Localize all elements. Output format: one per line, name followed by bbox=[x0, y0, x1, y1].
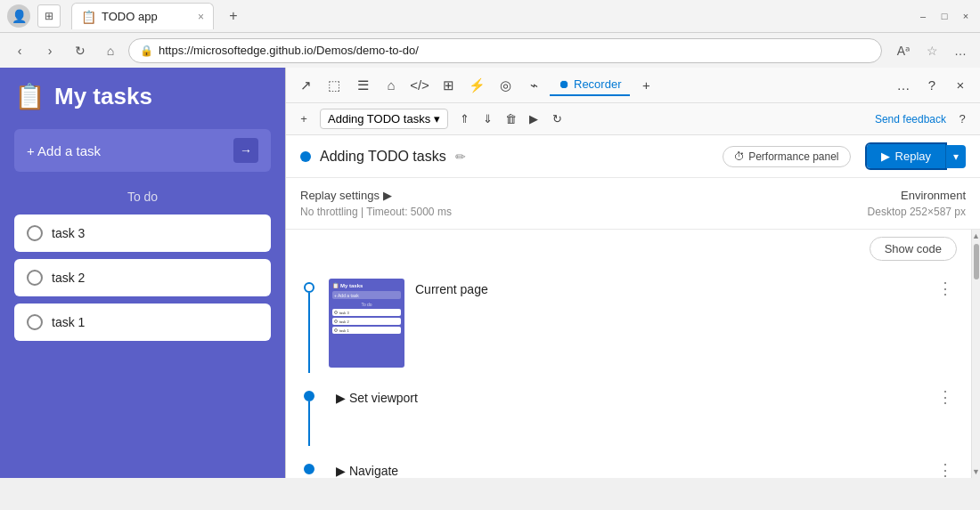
devtools-panel: ↗ ⬚ ☰ ⌂ </> ⊞ ⚡ ◎ ⌁ ⏺ Recorder + … ? × + bbox=[285, 68, 980, 478]
step-more-current-page[interactable]: ⋮ bbox=[934, 279, 957, 298]
add-recording-button[interactable]: + bbox=[293, 109, 314, 130]
recorder-content: Adding TODO tasks ✏ ⏱ Performance panel … bbox=[286, 135, 980, 478]
delete-recording-button[interactable]: 🗑 bbox=[500, 109, 521, 130]
jump-to-start-button[interactable]: ⇑ bbox=[453, 109, 475, 130]
play-button[interactable]: ▶ bbox=[523, 109, 544, 130]
main-layout: 📋 My tasks + Add a task → To do task 3 t… bbox=[0, 68, 980, 478]
replay-button-toolbar[interactable]: ↻ bbox=[546, 109, 568, 130]
steps-column: Show code bbox=[286, 230, 971, 478]
url-text: https://microsoftedge.github.io/Demos/de… bbox=[159, 44, 419, 57]
replay-button-group: ▶ Replay ▾ bbox=[867, 144, 966, 168]
devtools-close-button[interactable]: × bbox=[948, 73, 973, 98]
replay-play-icon: ▶ bbox=[881, 150, 890, 163]
back-button[interactable]: ‹ bbox=[7, 38, 32, 63]
task-text-3: task 3 bbox=[52, 226, 85, 240]
environment-label: Environment bbox=[868, 189, 966, 202]
task-item-2[interactable]: task 2 bbox=[14, 259, 271, 296]
device-tool[interactable]: ⬚ bbox=[322, 73, 347, 98]
step-more-navigate[interactable]: ⋮ bbox=[934, 460, 957, 478]
task-checkbox-2[interactable] bbox=[27, 270, 43, 286]
env-size: 252×587 px bbox=[910, 206, 966, 218]
forward-button[interactable]: › bbox=[37, 38, 62, 63]
side-scrollbar: ▲ ▼ bbox=[971, 230, 980, 478]
scrollbar-down-arrow[interactable]: ▼ bbox=[972, 465, 980, 478]
step-current-page: 📋 My tasks + Add a task To do bbox=[286, 271, 971, 380]
home-tool[interactable]: ⌂ bbox=[379, 73, 404, 98]
replay-button[interactable]: ▶ Replay bbox=[867, 144, 945, 168]
recording-title: Adding TODO tasks bbox=[320, 149, 446, 165]
new-tab-button[interactable]: + bbox=[221, 4, 246, 28]
timeline-current-page bbox=[300, 282, 318, 373]
recording-header: Adding TODO tasks ✏ ⏱ Performance panel … bbox=[286, 135, 980, 178]
timeline-navigate bbox=[300, 464, 318, 474]
minimize-button[interactable]: – bbox=[916, 9, 930, 23]
memory-tool[interactable]: ◎ bbox=[493, 73, 518, 98]
step-dot-set-viewport bbox=[304, 391, 314, 401]
replay-settings-title[interactable]: Replay settings ▶ bbox=[300, 189, 868, 202]
replay-dropdown-button[interactable]: ▾ bbox=[945, 145, 966, 168]
user-avatar: 👤 bbox=[7, 4, 30, 28]
nav-bar: ‹ › ↻ ⌂ 🔒 https://microsoftedge.github.i… bbox=[0, 32, 980, 68]
throttling-label: No throttling bbox=[300, 206, 358, 218]
send-feedback-link[interactable]: Send feedback bbox=[875, 113, 946, 125]
step-line-1 bbox=[308, 293, 310, 373]
task-checkbox-1[interactable] bbox=[27, 314, 43, 330]
performance-panel-button[interactable]: ⏱ Performance panel bbox=[723, 146, 850, 167]
close-button[interactable]: × bbox=[959, 9, 973, 23]
window-controls: – □ × bbox=[916, 9, 973, 23]
step-title-navigate[interactable]: ▶ Navigate bbox=[336, 464, 923, 478]
edit-title-icon[interactable]: ✏ bbox=[455, 150, 466, 164]
maximize-button[interactable]: □ bbox=[937, 9, 951, 23]
devtools-more-controls: … ? × bbox=[891, 73, 973, 98]
step-title-current-page: Current page bbox=[415, 282, 923, 296]
devtools-help-button[interactable]: ? bbox=[919, 73, 944, 98]
active-tab[interactable]: 📋 TODO app × bbox=[71, 3, 214, 29]
step-more-set-viewport[interactable]: ⋮ bbox=[934, 387, 957, 407]
settings-arrow-icon: ▶ bbox=[383, 189, 392, 202]
timeline-set-viewport bbox=[300, 391, 318, 446]
nav-right-icons: Aᵃ ☆ … bbox=[891, 38, 973, 63]
show-code-button[interactable]: Show code bbox=[870, 237, 957, 261]
sources-tool[interactable]: </> bbox=[407, 73, 432, 98]
add-task-row[interactable]: + Add a task → bbox=[14, 129, 271, 172]
export-button[interactable]: ⇓ bbox=[477, 109, 498, 130]
home-button[interactable]: ⌂ bbox=[98, 38, 123, 63]
refresh-button[interactable]: ↻ bbox=[68, 38, 93, 63]
devtools-more-button[interactable]: … bbox=[891, 73, 916, 98]
title-bar: 👤 ⊞ 📋 TODO app × + – □ × bbox=[0, 0, 980, 32]
task-item-1[interactable]: task 1 bbox=[14, 304, 271, 341]
help-button-2[interactable]: ? bbox=[951, 109, 973, 130]
task-checkbox-3[interactable] bbox=[27, 225, 43, 241]
recording-selector[interactable]: Adding TODO tasks ▾ bbox=[320, 109, 448, 129]
step-line-2 bbox=[308, 401, 310, 446]
scrollbar-up-arrow[interactable]: ▲ bbox=[972, 230, 980, 242]
replay-settings-details: No throttling | Timeout: 5000 ms bbox=[300, 206, 868, 218]
read-aloud-icon[interactable]: Aᵃ bbox=[891, 38, 916, 63]
network-tool[interactable]: ⊞ bbox=[436, 73, 461, 98]
recorder-tab-label: Recorder bbox=[574, 77, 621, 91]
step-dot-current-page bbox=[304, 282, 314, 293]
application-tool[interactable]: ⌁ bbox=[521, 73, 546, 98]
address-bar[interactable]: 🔒 https://microsoftedge.github.io/Demos/… bbox=[128, 38, 882, 63]
inspect-tool[interactable]: ↗ bbox=[293, 73, 318, 98]
sidebar-tool[interactable]: ☰ bbox=[350, 73, 375, 98]
replay-settings-right: Environment Desktop 252×587 px bbox=[868, 189, 966, 218]
add-tab-button[interactable]: + bbox=[633, 73, 658, 98]
devtools-secondary-toolbar: + Adding TODO tasks ▾ ⇑ ⇓ 🗑 ▶ ↻ Send fee… bbox=[286, 103, 980, 135]
recorder-tab[interactable]: ⏺ Recorder bbox=[550, 74, 630, 96]
todo-app-title: My tasks bbox=[54, 83, 152, 110]
step-title-set-viewport[interactable]: ▶ Set viewport bbox=[336, 391, 923, 405]
scrollbar-thumb[interactable] bbox=[974, 244, 979, 279]
performance-tool[interactable]: ⚡ bbox=[464, 73, 489, 98]
add-task-arrow-icon: → bbox=[233, 138, 258, 163]
favorites-icon[interactable]: ☆ bbox=[919, 38, 944, 63]
tab-close-button[interactable]: × bbox=[198, 11, 204, 23]
show-code-area: Show code bbox=[286, 230, 971, 264]
task-item-3[interactable]: task 3 bbox=[14, 215, 271, 252]
sidebar-toggle[interactable]: ⊞ bbox=[37, 4, 61, 28]
scrollbar-track bbox=[972, 281, 980, 465]
recording-status-dot bbox=[300, 151, 311, 162]
more-options-button[interactable]: … bbox=[948, 38, 973, 63]
step-dot-navigate bbox=[304, 464, 314, 474]
dropdown-arrow-icon: ▾ bbox=[434, 112, 440, 125]
